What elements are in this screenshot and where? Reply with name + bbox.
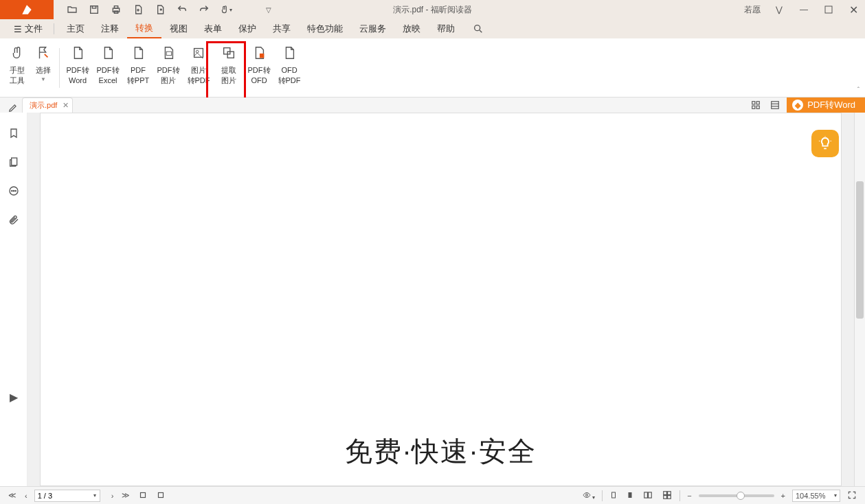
close-tab-button[interactable]: ✕ (63, 101, 69, 110)
tab-comment[interactable]: 注释 (93, 20, 127, 38)
fullscreen-button[interactable] (846, 490, 858, 501)
user-dropdown[interactable]: ⋁ (773, 3, 785, 16)
maximize-button[interactable] (822, 3, 835, 16)
new-file-button[interactable] (132, 3, 144, 16)
qat-dropdown-button[interactable]: ▽ (262, 3, 275, 16)
save-button[interactable] (88, 3, 100, 16)
tab-form[interactable]: 表单 (196, 20, 230, 38)
svg-rect-11 (227, 51, 234, 58)
zoom-in-button[interactable]: + (780, 492, 787, 500)
pdf-to-word-button[interactable]: PDF转 Word (63, 42, 93, 94)
rotate-right-button[interactable] (155, 490, 167, 501)
attachments-panel-button[interactable] (7, 213, 21, 227)
print-button[interactable] (110, 3, 122, 16)
promo-label: PDF转Word (807, 99, 855, 111)
svg-rect-38 (664, 495, 667, 499)
prev-page-button[interactable]: ‹ (23, 492, 29, 500)
tab-protect[interactable]: 保护 (230, 20, 265, 38)
svg-rect-32 (612, 492, 616, 498)
zoom-slider-knob[interactable] (737, 492, 745, 500)
svg-rect-15 (756, 102, 759, 104)
zoom-slider[interactable] (699, 494, 774, 497)
bulb-icon (818, 136, 833, 151)
hand-icon (10, 45, 25, 61)
thumbnails-grid-button[interactable] (748, 98, 763, 112)
zoom-value-input[interactable]: 104.55% ▾ (792, 490, 840, 502)
bookmark-panel-button[interactable] (7, 126, 21, 140)
tip-bulb-button[interactable] (811, 130, 839, 157)
page-input-caret[interactable]: ▾ (93, 492, 96, 499)
divider (59, 48, 60, 88)
promo-icon: ◆ (792, 100, 803, 111)
document-tab[interactable]: 演示.pdf ✕ (22, 98, 73, 113)
collapse-ribbon-button[interactable]: ˆ (857, 87, 860, 94)
app-logo[interactable] (0, 0, 54, 19)
pdf-to-excel-button[interactable]: PDF转 Excel (93, 42, 123, 94)
svg-point-6 (475, 25, 480, 31)
promo-pdf-to-word-button[interactable]: ◆ PDF转Word (787, 98, 865, 113)
file-excel-icon (100, 45, 115, 61)
edit-tool-button[interactable] (4, 103, 22, 113)
next-page-button[interactable]: › (110, 492, 115, 500)
tab-present[interactable]: 放映 (394, 20, 429, 38)
select-tool-button[interactable]: 选择 ▼ (30, 42, 56, 94)
visibility-button[interactable]: ▾ (580, 491, 596, 501)
export-file-button[interactable] (154, 3, 166, 16)
close-button[interactable]: ✕ (847, 3, 860, 16)
ofd-to-pdf-button[interactable]: OFD 转PDF (274, 42, 304, 94)
tab-features[interactable]: 特色功能 (299, 20, 351, 38)
page-number-input[interactable] (34, 490, 100, 502)
svg-rect-39 (668, 495, 671, 499)
ribbon-panel: 手型 工具 选择 ▼ PDF转 Word PDF转 Excel PDF 转PPT… (0, 38, 865, 98)
tab-help[interactable]: 帮助 (429, 20, 463, 38)
ofd-file-icon (282, 45, 297, 61)
single-page-view-button[interactable] (608, 490, 619, 501)
svg-rect-21 (11, 158, 16, 165)
search-button[interactable] (471, 22, 485, 36)
svg-rect-12 (260, 53, 264, 57)
facing-view-button[interactable] (641, 490, 655, 501)
facing-continuous-view-button[interactable] (660, 490, 674, 501)
divider (679, 490, 680, 501)
file-ppt-icon (131, 45, 146, 61)
page-viewport[interactable]: 免费·快速·安全 (27, 113, 854, 486)
tab-convert[interactable]: 转换 (127, 19, 161, 38)
image-to-pdf-button[interactable]: 图片 转PDF (183, 42, 214, 94)
user-name[interactable]: 若愿 (744, 4, 761, 16)
tab-view[interactable]: 视图 (161, 20, 196, 38)
tab-cloud[interactable]: 云服务 (351, 20, 394, 38)
tab-share[interactable]: 共享 (265, 20, 299, 38)
undo-button[interactable] (176, 3, 188, 16)
page-slogan-text: 免费·快速·安全 (345, 433, 536, 470)
expand-sidebar-button[interactable]: ▶ (7, 390, 21, 404)
file-menu[interactable]: ☰ 文件 (7, 23, 49, 35)
vertical-scrollbar[interactable] (854, 113, 865, 486)
zoom-caret: ▾ (834, 492, 837, 499)
svg-rect-16 (752, 106, 755, 108)
zoom-out-button[interactable]: − (686, 492, 693, 500)
svg-rect-1 (92, 6, 96, 8)
hand-tool-button[interactable]: 手型 工具 (4, 42, 30, 94)
minimize-button[interactable]: — (798, 3, 810, 16)
svg-rect-10 (224, 47, 230, 54)
continuous-view-button[interactable] (625, 490, 636, 501)
extract-image-button[interactable]: 提取 图片 (214, 42, 244, 94)
quick-access-toolbar: ▾ ▽ (66, 3, 275, 16)
comments-panel-button[interactable] (7, 184, 21, 198)
hand-gesture-button[interactable]: ▾ (220, 3, 232, 16)
pages-panel-button[interactable] (7, 155, 21, 169)
redo-button[interactable] (198, 3, 210, 16)
zoom-value-label: 104.55% (796, 492, 825, 500)
pdf-to-ppt-button[interactable]: PDF 转PPT (123, 42, 153, 94)
tab-home[interactable]: 主页 (58, 20, 93, 38)
scrollbar-thumb[interactable] (856, 181, 864, 319)
ribbon-tabs: ☰ 文件 主页 注释 转换 视图 表单 保护 共享 特色功能 云服务 放映 帮助 (0, 19, 865, 38)
first-page-button[interactable]: ≪ (7, 491, 18, 500)
rotate-left-button[interactable] (137, 490, 149, 501)
pdf-to-image-button[interactable]: PDF转 图片 (153, 42, 183, 94)
pdf-to-ofd-button[interactable]: PDF转 OFD (244, 42, 274, 94)
open-file-button[interactable] (66, 3, 78, 16)
last-page-button[interactable]: ≫ (120, 491, 131, 500)
file-menu-label: 文件 (25, 23, 43, 35)
list-view-button[interactable] (767, 98, 783, 112)
